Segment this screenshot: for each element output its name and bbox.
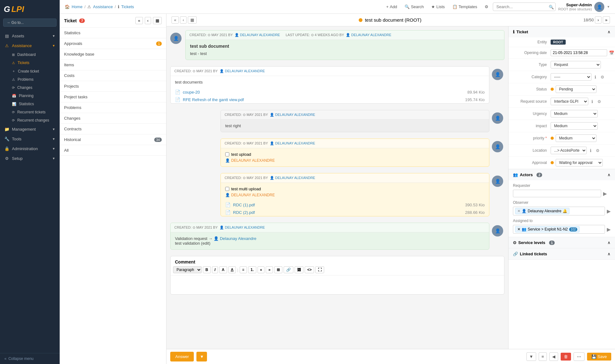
sidebar-item-assets[interactable]: ▤ Assets ▼ bbox=[0, 31, 60, 41]
ticket-nav-costs[interactable]: Costs bbox=[60, 70, 166, 81]
search-input[interactable] bbox=[493, 3, 556, 11]
user-info[interactable]: Super-Admin ROOT (tree structure) 👤 ▼ bbox=[558, 2, 610, 12]
ticket-nav-knowledge-base[interactable]: Knowledge base bbox=[60, 49, 166, 60]
msg4-checkbox[interactable] bbox=[225, 152, 229, 156]
msg5-checkbox[interactable] bbox=[225, 187, 229, 191]
location-settings-btn[interactable]: ⚙ bbox=[595, 148, 601, 154]
sidebar-item-administration[interactable]: 🔒 Administration ▼ bbox=[0, 144, 60, 154]
linked-tickets-header[interactable]: 🔗 Linked tickets ∧ bbox=[509, 248, 615, 259]
list-btn[interactable]: ≡ bbox=[539, 352, 547, 361]
nav-grid-btn[interactable]: ▦ bbox=[153, 17, 162, 24]
request-source-settings-btn[interactable]: ⚙ bbox=[596, 99, 602, 105]
type-select[interactable]: Request Incident bbox=[551, 61, 601, 68]
attachment-rdc1[interactable]: 📄 RDC (1).pdf 390.53 Kio bbox=[221, 201, 489, 209]
sidebar-item-problems[interactable]: ⚠ Problems bbox=[8, 75, 60, 84]
location-select[interactable]: ...> AccèsPortePrincipale bbox=[551, 147, 587, 154]
validation-link[interactable]: 👤 Delaunay Alexandre bbox=[214, 236, 256, 241]
paragraph-select[interactable]: Paragraph bbox=[173, 266, 202, 273]
lists-button[interactable]: ★ Lists bbox=[429, 3, 447, 10]
sidebar-item-management[interactable]: 📁 Management ▼ bbox=[0, 124, 60, 134]
ticket-nav-changes[interactable]: Changes bbox=[60, 113, 166, 124]
breadcrumb-home[interactable]: Home bbox=[72, 4, 83, 9]
priority-select[interactable]: Medium Low High Very High Major bbox=[556, 134, 596, 142]
sidebar-item-create-ticket[interactable]: ＋ Create ticket bbox=[8, 67, 60, 75]
ticket-nav-all[interactable]: All bbox=[60, 145, 166, 156]
templates-button[interactable]: 📋 Templates bbox=[450, 3, 479, 10]
answer-button[interactable]: Answer bbox=[170, 352, 194, 361]
urgency-select[interactable]: Medium Low High Very High bbox=[551, 110, 598, 117]
answer-dropdown-btn[interactable]: ▼ bbox=[196, 352, 207, 361]
attachment-rfe[interactable]: 📄 RFE Refresh of the gantt view.pdf 195.… bbox=[171, 96, 489, 103]
ol-btn[interactable]: 1. bbox=[248, 266, 256, 273]
sidebar-item-dashboard[interactable]: ⊞ Dashboard bbox=[8, 51, 60, 59]
remove-observer-btn[interactable]: ✕ bbox=[517, 209, 520, 213]
request-source-info-btn[interactable]: ℹ bbox=[590, 99, 594, 105]
date-picker-btn[interactable]: 📅 bbox=[609, 51, 614, 55]
collapse-btn[interactable]: ◀ bbox=[549, 352, 558, 361]
sidebar-item-recurrent-changes[interactable]: ⟳ Recurrent changes bbox=[8, 116, 60, 124]
actors-section-header[interactable]: 👥 Actors 2 ∧ bbox=[509, 169, 615, 180]
sidebar-item-statistics[interactable]: 📊 Statistics bbox=[8, 100, 60, 108]
ticket-nav-projects[interactable]: Projects bbox=[60, 81, 166, 92]
outdent-btn[interactable]: » bbox=[266, 266, 273, 273]
status-select[interactable]: Pending New Processing Solved Closed bbox=[556, 85, 596, 93]
image-btn[interactable]: 🖼 bbox=[295, 266, 303, 273]
breadcrumb-tickets[interactable]: Tickets bbox=[121, 4, 134, 9]
sidebar-item-assistance[interactable]: ⚠ Assistance ▼ bbox=[0, 41, 60, 51]
sidebar-item-setup[interactable]: ⚙ Setup ▼ bbox=[0, 154, 60, 163]
ul-btn[interactable]: ≡ bbox=[240, 266, 247, 273]
category-settings-btn[interactable]: ⚙ bbox=[599, 74, 606, 80]
category-info-btn[interactable]: ℹ bbox=[593, 74, 597, 80]
request-source-select[interactable]: Interface GLPI bbox=[551, 98, 588, 105]
next-next-btn[interactable]: » bbox=[603, 16, 610, 24]
highlight-btn[interactable]: A bbox=[228, 266, 236, 273]
link-btn[interactable]: 🔗 bbox=[284, 266, 293, 273]
comment-editor-area[interactable] bbox=[171, 275, 504, 294]
grid-view-btn[interactable]: ▦ bbox=[188, 16, 197, 24]
ticket-nav-approvals[interactable]: Approvals 1 bbox=[60, 38, 166, 49]
collapse-menu-button[interactable]: « Collapse menu bbox=[0, 353, 60, 364]
add-button[interactable]: + Add bbox=[384, 3, 399, 10]
sidebar-item-changes[interactable]: ⟳ Changes bbox=[8, 84, 60, 92]
save-button[interactable]: 💾 Save bbox=[587, 353, 611, 361]
nav-prev-btn[interactable]: « bbox=[135, 17, 143, 24]
more-options-btn[interactable]: ⋯ bbox=[574, 352, 585, 361]
requester-input[interactable] bbox=[513, 190, 601, 197]
code-btn[interactable]: <> bbox=[305, 266, 314, 273]
sidebar-item-tools[interactable]: 🔧 Tools ▼ bbox=[0, 134, 60, 144]
requester-add-btn[interactable]: ▶ bbox=[603, 191, 607, 197]
location-info-btn[interactable]: ℹ bbox=[589, 148, 593, 154]
impact-select[interactable]: Medium Low High bbox=[551, 122, 598, 130]
more-button[interactable]: ⚙ bbox=[483, 3, 490, 10]
bold-btn[interactable]: B bbox=[203, 266, 211, 273]
indent-btn[interactable]: « bbox=[258, 266, 265, 273]
filter-btn[interactable]: ▼ bbox=[526, 352, 536, 361]
prev-prev-btn[interactable]: « bbox=[171, 16, 179, 24]
fullscreen-btn[interactable]: ⛶ bbox=[315, 266, 324, 273]
goto-button[interactable]: → Go to... bbox=[3, 19, 57, 27]
ticket-nav-statistics[interactable]: Statistics bbox=[60, 28, 166, 38]
approval-select[interactable]: Waiting for approval Approved Refused bbox=[556, 159, 603, 166]
ticket-nav-project-tasks[interactable]: Project tasks bbox=[60, 92, 166, 102]
opening-date-input[interactable] bbox=[551, 49, 607, 56]
ticket-nav-items-link[interactable]: Items bbox=[60, 60, 166, 70]
prev-btn[interactable]: ‹ bbox=[180, 16, 186, 24]
delete-btn[interactable]: 🗑 bbox=[561, 353, 571, 361]
attachment-rdc2[interactable]: 📄 RDC (2).pdf 288.66 Kio bbox=[221, 209, 489, 216]
ticket-nav-problems[interactable]: Problems bbox=[60, 102, 166, 113]
remove-assigned-btn[interactable]: ✕ bbox=[517, 227, 520, 231]
sidebar-item-planning[interactable]: 📅 Planning bbox=[8, 92, 60, 100]
ticket-nav-contracts[interactable]: Contracts bbox=[60, 124, 166, 134]
service-levels-header[interactable]: ⊙ Service levels 1 ∧ bbox=[509, 237, 615, 248]
nav-back-btn[interactable]: ‹ bbox=[145, 17, 151, 24]
category-select[interactable]: ----- bbox=[551, 73, 591, 81]
table-btn[interactable]: ⊞ bbox=[274, 266, 282, 273]
ticket-info-header[interactable]: ℹ Ticket ∧ bbox=[509, 26, 615, 37]
ticket-nav-historical[interactable]: Historical 34 bbox=[60, 134, 166, 145]
next-btn[interactable]: › bbox=[595, 16, 601, 24]
italic-btn[interactable]: I bbox=[212, 266, 218, 273]
search-submit-icon[interactable]: 🔍 bbox=[549, 4, 554, 9]
breadcrumb-assistance[interactable]: Assistance bbox=[93, 4, 113, 9]
search-button[interactable]: 🔍 Search bbox=[403, 3, 426, 10]
sidebar-item-tickets[interactable]: ⚠ Tickets bbox=[8, 59, 60, 67]
